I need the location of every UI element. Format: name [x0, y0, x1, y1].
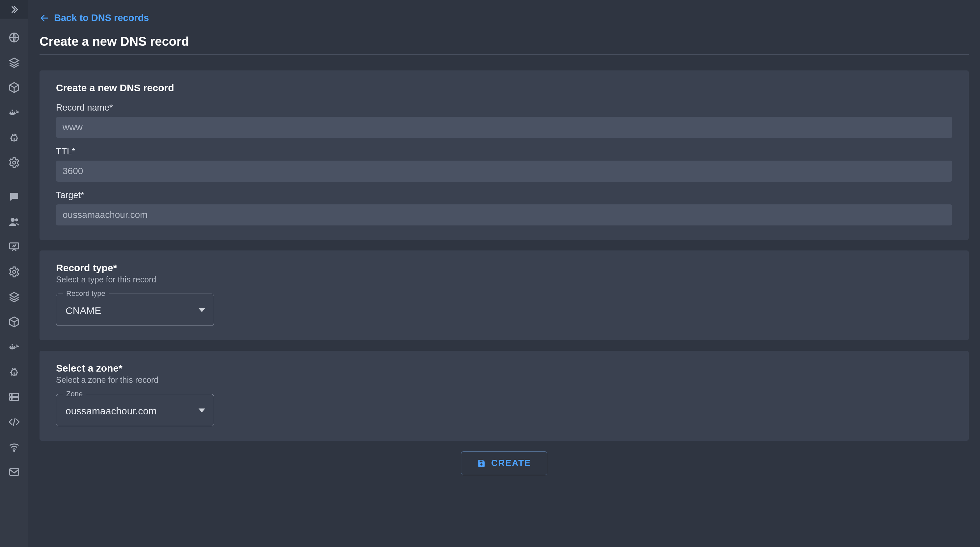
docker-icon: [8, 341, 20, 353]
zone-value: oussamaachour.com: [65, 406, 157, 416]
record-type-select[interactable]: Record type CNAME: [56, 293, 214, 326]
sidebar-item-cube[interactable]: [8, 75, 20, 100]
card-record-type: Record type* Select a type for this reco…: [40, 251, 969, 340]
card-zone: Select a zone* Select a zone for this re…: [40, 351, 969, 441]
code-icon: [8, 416, 20, 428]
bug-icon: [8, 132, 20, 143]
chevron-double-right-icon: [9, 5, 19, 14]
sidebar-item-docker[interactable]: [8, 100, 20, 125]
mail-icon: [8, 466, 20, 478]
record-type-float-label: Record type: [63, 289, 109, 298]
sidebar-item-users[interactable]: [8, 209, 20, 234]
zone-help: Select a zone for this record: [56, 375, 952, 385]
target-input[interactable]: [56, 205, 952, 225]
svg-rect-1: [10, 112, 11, 113]
svg-point-10: [13, 271, 16, 274]
svg-rect-3: [13, 112, 15, 113]
sidebar-item-gear[interactable]: [8, 150, 20, 175]
sidebar-item-docker2[interactable]: [8, 335, 20, 359]
sidebar-toggle[interactable]: [0, 0, 28, 19]
divider: [40, 54, 969, 55]
wifi-icon: [8, 441, 20, 453]
create-button-label: CREATE: [491, 458, 531, 468]
sidebar-item-globe[interactable]: [8, 25, 20, 50]
action-row: CREATE: [40, 451, 969, 475]
sidebar-group-1: [8, 19, 20, 175]
card-basic-title: Create a new DNS record: [56, 82, 952, 94]
ttl-input[interactable]: [56, 161, 952, 182]
server-icon: [8, 391, 20, 403]
sidebar-item-chat[interactable]: [8, 184, 20, 209]
sidebar-item-cube2[interactable]: [8, 309, 20, 335]
record-type-value: CNAME: [65, 305, 101, 316]
card-basic: Create a new DNS record Record name* TTL…: [40, 70, 969, 240]
page-title: Create a new DNS record: [40, 35, 969, 49]
sidebar-item-presentation[interactable]: [8, 234, 20, 259]
sidebar-item-gear2[interactable]: [8, 259, 20, 284]
sidebar-item-bug2[interactable]: [8, 359, 20, 384]
svg-point-7: [11, 218, 14, 222]
svg-rect-13: [13, 346, 15, 347]
record-name-input[interactable]: [56, 117, 952, 138]
chevron-down-icon: [199, 308, 205, 312]
svg-point-20: [13, 450, 14, 452]
layers-icon: [8, 291, 20, 303]
target-label: Target*: [56, 190, 952, 200]
sidebar-item-layers2[interactable]: [8, 284, 20, 309]
svg-rect-14: [11, 344, 13, 346]
svg-point-19: [11, 399, 12, 400]
cube-icon: [8, 82, 20, 94]
gear-icon: [8, 266, 20, 278]
back-link[interactable]: Back to DNS records: [40, 13, 149, 23]
chat-icon: [8, 191, 20, 203]
record-name-label: Record name*: [56, 103, 952, 113]
zone-select[interactable]: Zone oussamaachour.com: [56, 394, 214, 426]
ttl-label: TTL*: [56, 146, 952, 157]
svg-point-6: [13, 161, 16, 164]
sidebar: [0, 0, 28, 547]
sidebar-item-server[interactable]: [8, 384, 20, 409]
save-icon: [477, 459, 486, 467]
svg-point-18: [11, 395, 12, 396]
sidebar-group-2: [8, 184, 20, 484]
back-link-label: Back to DNS records: [54, 13, 149, 23]
chevron-down-icon: [199, 408, 205, 412]
svg-rect-21: [10, 469, 18, 476]
presentation-icon: [8, 241, 20, 253]
arrow-left-icon: [40, 13, 49, 23]
users-icon: [8, 216, 20, 228]
svg-rect-4: [11, 109, 13, 111]
bug-icon: [8, 366, 20, 378]
zone-float-label: Zone: [63, 390, 86, 398]
layers-icon: [8, 57, 20, 68]
svg-rect-2: [11, 112, 13, 113]
sidebar-item-layers[interactable]: [8, 50, 20, 75]
globe-icon: [8, 32, 20, 43]
sidebar-item-wifi[interactable]: [8, 434, 20, 460]
main-content: Back to DNS records Create a new DNS rec…: [28, 0, 980, 547]
record-type-help: Select a type for this record: [56, 275, 952, 284]
cube-icon: [8, 316, 20, 328]
sidebar-item-bug[interactable]: [8, 125, 20, 150]
docker-icon: [8, 107, 20, 119]
sidebar-item-mail[interactable]: [8, 460, 20, 484]
zone-title: Select a zone*: [56, 363, 952, 374]
svg-rect-11: [10, 346, 11, 347]
svg-point-8: [15, 219, 18, 222]
gear-icon: [8, 157, 20, 168]
sidebar-item-code[interactable]: [8, 409, 20, 434]
record-type-title: Record type*: [56, 262, 952, 274]
create-button[interactable]: CREATE: [461, 451, 547, 475]
svg-rect-12: [11, 346, 13, 347]
